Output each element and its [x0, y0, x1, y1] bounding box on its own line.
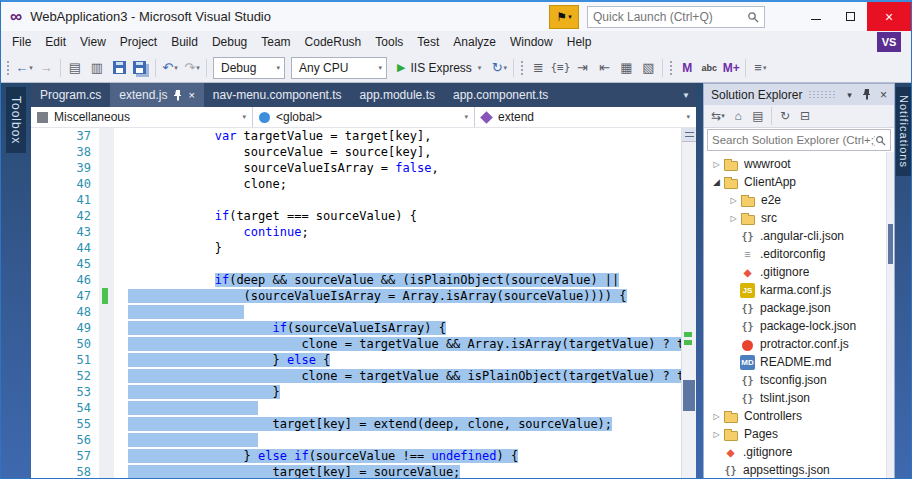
- breakpoint-margin[interactable]: [31, 304, 59, 320]
- menu-item-build[interactable]: Build: [164, 31, 205, 53]
- word-wrap-icon[interactable]: ▦: [616, 57, 636, 79]
- breakpoint-margin[interactable]: [31, 400, 59, 416]
- expand-arrow-icon[interactable]: ▷: [710, 430, 723, 439]
- outdent-icon[interactable]: ⇤: [594, 57, 614, 79]
- breakpoint-margin[interactable]: [31, 128, 59, 144]
- code-line[interactable]: 47 (sourceValueIsArray = Array.isArray(s…: [31, 288, 681, 304]
- expand-arrow-icon[interactable]: ▷: [710, 160, 723, 169]
- feedback-button[interactable]: ⚑ ▾: [549, 5, 579, 29]
- tree-item-wwwroot[interactable]: ▷wwwroot: [704, 155, 894, 173]
- tree-item-protractor.conf.js[interactable]: protractor.conf.js: [704, 335, 894, 353]
- expand-arrow-icon[interactable]: ▷: [710, 412, 723, 421]
- code-editor[interactable]: 37 var targetValue = target[key],38 sour…: [31, 128, 696, 478]
- breakpoint-margin[interactable]: [31, 320, 59, 336]
- scope-dropdown[interactable]: <global> ▾: [253, 107, 475, 127]
- menu-item-analyze[interactable]: Analyze: [446, 31, 503, 53]
- code-line[interactable]: 55 target[key] = extend(deep, clone, sou…: [31, 416, 681, 432]
- code-line[interactable]: 52 clone = targetValue && isPlainObject(…: [31, 368, 681, 384]
- tree-item-.angular-cli.json[interactable]: {}.angular-cli.json: [704, 227, 894, 245]
- tree-item-Pages[interactable]: ▷Pages: [704, 425, 894, 443]
- close-tab-icon[interactable]: ×: [188, 89, 194, 101]
- code-line[interactable]: 39 sourceValueIsArray = false,: [31, 160, 681, 176]
- tab-app.component.ts[interactable]: app.component.ts: [444, 83, 557, 107]
- tree-item-e2e[interactable]: ▷e2e: [704, 191, 894, 209]
- tree-item-package.json[interactable]: {}package.json: [704, 299, 894, 317]
- menu-item-tools[interactable]: Tools: [368, 31, 410, 53]
- tree-item-.gitignore[interactable]: ◆.gitignore: [704, 263, 894, 281]
- editor-scrollbar[interactable]: [681, 128, 696, 478]
- member-dropdown[interactable]: extend ▾: [475, 107, 696, 127]
- expand-arrow-icon[interactable]: ▷: [727, 214, 740, 223]
- breakpoint-margin[interactable]: [31, 224, 59, 240]
- switch-views-icon[interactable]: ⇆▾: [708, 106, 728, 126]
- toolbar-grip[interactable]: [520, 60, 524, 76]
- code-line[interactable]: 43 continue;: [31, 224, 681, 240]
- collapse-all-icon[interactable]: ⊟: [795, 106, 815, 126]
- tab-Program.cs[interactable]: Program.cs: [31, 83, 110, 107]
- tree-item-package-lock.json[interactable]: {}package-lock.json: [704, 317, 894, 335]
- menu-item-debug[interactable]: Debug: [205, 31, 254, 53]
- navigate-forward-icon[interactable]: →: [36, 57, 56, 79]
- undo-icon[interactable]: ↶▾: [160, 57, 180, 79]
- tree-item-tslint.json[interactable]: {}tslint.json: [704, 389, 894, 407]
- breakpoint-margin[interactable]: [31, 256, 59, 272]
- braces-icon[interactable]: {≡}: [550, 57, 570, 79]
- tree-item-appsettings.json[interactable]: {}appsettings.json: [704, 461, 894, 478]
- menu-item-coderush[interactable]: CodeRush: [298, 31, 369, 53]
- notifications-tab[interactable]: Notifications: [896, 87, 911, 176]
- menu-item-edit[interactable]: Edit: [38, 31, 73, 53]
- breakpoint-margin[interactable]: [31, 176, 59, 192]
- breakpoint-margin[interactable]: [31, 240, 59, 256]
- markdown-new-icon[interactable]: M+: [721, 57, 741, 79]
- code-line[interactable]: 42 if(target === sourceValue) {: [31, 208, 681, 224]
- tree-item-src[interactable]: ▷src: [704, 209, 894, 227]
- tree-item-README.md[interactable]: MDREADME.md: [704, 353, 894, 371]
- scrollbar-thumb[interactable]: [888, 224, 893, 264]
- scrollbar-thumb[interactable]: [683, 380, 695, 411]
- navigate-backward-icon[interactable]: ←▾: [14, 57, 34, 79]
- menu-item-view[interactable]: View: [73, 31, 113, 53]
- tree-item-tsconfig.json[interactable]: {}tsconfig.json: [704, 371, 894, 389]
- close-button[interactable]: ×: [867, 2, 911, 31]
- code-line[interactable]: 40 clone;: [31, 176, 681, 192]
- code-lines[interactable]: 37 var targetValue = target[key],38 sour…: [31, 128, 681, 478]
- show-whitespace-icon[interactable]: ▧: [638, 57, 658, 79]
- redo-icon[interactable]: ↷▾: [182, 57, 202, 79]
- code-line[interactable]: 57 } else if(sourceValue !== undefined) …: [31, 448, 681, 464]
- solution-platform-dropdown[interactable]: Any CPU ▾: [291, 57, 387, 79]
- breakpoint-margin[interactable]: [31, 272, 59, 288]
- project-dropdown[interactable]: Miscellaneous ▾: [31, 107, 253, 127]
- code-line[interactable]: 53 }: [31, 384, 681, 400]
- solution-explorer-scrollbar[interactable]: [886, 152, 894, 478]
- indent-icon[interactable]: ⇥: [572, 57, 592, 79]
- code-line[interactable]: 50 clone = targetValue && Array.isArray(…: [31, 336, 681, 352]
- menu-item-team[interactable]: Team: [254, 31, 297, 53]
- toolbar-grip[interactable]: [6, 60, 10, 76]
- code-line[interactable]: 58 target[key] = sourceValue;: [31, 464, 681, 478]
- expand-arrow-icon[interactable]: ▷: [727, 196, 740, 205]
- breakpoint-margin[interactable]: [31, 352, 59, 368]
- breakpoint-margin[interactable]: [31, 144, 59, 160]
- window-position-chevron-icon[interactable]: ▾: [841, 85, 858, 104]
- solution-explorer-search-input[interactable]: Search Solution Explorer (Ctrl+;): [707, 129, 891, 151]
- tab-extend.js[interactable]: extend.js×: [110, 83, 203, 107]
- code-line[interactable]: 44 }: [31, 240, 681, 256]
- breakpoint-margin[interactable]: [31, 336, 59, 352]
- save-icon[interactable]: [109, 57, 129, 79]
- start-debugging-button[interactable]: ▶ IIS Express ▾: [392, 57, 486, 79]
- breakpoint-margin[interactable]: [31, 192, 59, 208]
- menu-item-window[interactable]: Window: [503, 31, 560, 53]
- solution-configuration-dropdown[interactable]: Debug ▾: [213, 57, 285, 79]
- breakpoint-margin[interactable]: [31, 384, 59, 400]
- code-line[interactable]: 46 if(deep && sourceValue && (isPlainObj…: [31, 272, 681, 288]
- code-line[interactable]: 37 var targetValue = target[key],: [31, 128, 681, 144]
- solution-tree[interactable]: ▷wwwroot◢ClientApp▷e2e▷src{}.angular-cli…: [704, 152, 894, 478]
- tab-app.module.ts[interactable]: app.module.ts: [351, 83, 444, 107]
- open-file-icon[interactable]: ▥: [87, 57, 107, 79]
- tab-list-chevron-icon[interactable]: ▼: [676, 91, 696, 100]
- code-line[interactable]: 48: [31, 304, 681, 320]
- show-all-files-icon[interactable]: ▤: [748, 106, 768, 126]
- markdown-preview-icon[interactable]: M: [677, 57, 697, 79]
- code-line[interactable]: 54: [31, 400, 681, 416]
- code-line[interactable]: 51 } else {: [31, 352, 681, 368]
